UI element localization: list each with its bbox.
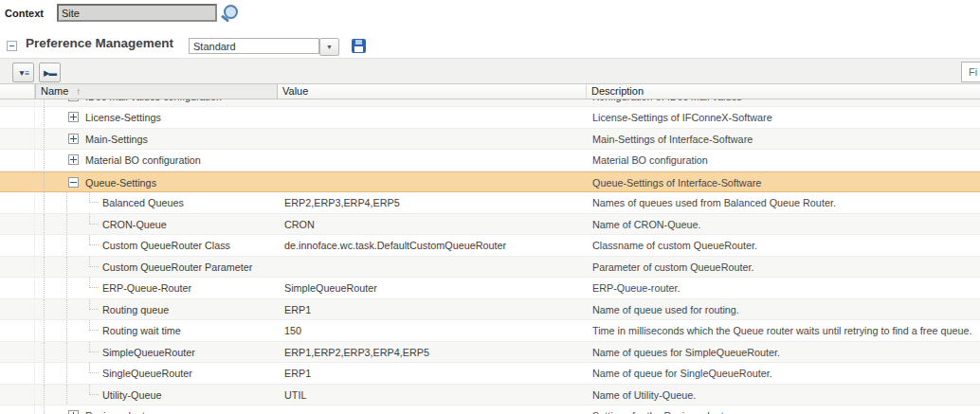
table-body: IDoc mail values configurationKonfigurat… — [0, 99, 980, 414]
row-description: Name of queue for SingleQueueRouter. — [587, 363, 980, 385]
row-description: Name of queue used for routing. — [587, 299, 980, 321]
context-label: Context — [5, 8, 44, 19]
row-name-cell: Utility-Queue — [35, 385, 278, 406]
row-description: License-Settings of IFConneX-Software — [587, 107, 980, 129]
collapse-icon[interactable] — [68, 177, 79, 188]
tree-guide — [44, 385, 45, 406]
tree-guide — [44, 129, 45, 151]
tree-guide — [66, 320, 67, 342]
expand-icon[interactable] — [68, 134, 79, 144]
row-name-cell: Queue-Settings — [35, 172, 278, 193]
table-row[interactable]: Custom QueueRouter ParameterParameter of… — [0, 257, 980, 279]
column-header-name[interactable]: Name↑ — [35, 84, 278, 99]
preset-select[interactable] — [189, 38, 319, 54]
tree-guide — [44, 278, 45, 299]
tree-guide — [44, 299, 45, 321]
table-row[interactable]: ERP-Queue-RouterSimpleQueueRouterERP-Que… — [0, 278, 980, 299]
expand-icon[interactable] — [68, 410, 79, 414]
row-name: License-Settings — [85, 107, 161, 128]
tree-guide — [44, 107, 45, 129]
tree-guide — [44, 257, 45, 279]
table-row[interactable]: Utility-QueueUTILName of Utility-Queue. — [0, 385, 980, 406]
row-name: Main-Settings — [85, 129, 148, 150]
context-input[interactable] — [57, 4, 217, 22]
filter-rows-button[interactable]: ▼≡ — [12, 63, 34, 82]
row-numberer-cell — [0, 385, 35, 406]
table-row[interactable]: Routing queueERP1Name of queue used for … — [0, 299, 980, 321]
table-row[interactable]: Custom QueueRouter Classde.innoface.wc.t… — [0, 235, 980, 257]
table-row[interactable]: Routing wait time150Time in milliseconds… — [0, 320, 980, 342]
row-value — [278, 99, 587, 107]
table-row[interactable]: IDoc mail values configurationKonfigurat… — [0, 99, 980, 107]
expand-icon[interactable] — [68, 99, 79, 101]
row-name-cell: ERP-Queue-Router — [35, 278, 278, 299]
tree-elbow — [89, 235, 99, 245]
tree-guide — [44, 172, 45, 193]
table-row[interactable]: Material BO configurationMaterial BO con… — [0, 150, 980, 171]
row-name: CRON-Queue — [102, 214, 167, 235]
row-numberer-cell — [0, 257, 35, 279]
column-header-label: Name — [41, 85, 68, 97]
page-title: Preference Management — [26, 36, 173, 50]
tree-guide — [66, 278, 67, 299]
row-name-cell: IDoc mail values configuration — [35, 99, 278, 107]
tree-guide — [44, 214, 45, 236]
tree-guide — [44, 192, 45, 214]
table-row[interactable]: License-SettingsLicense-Settings of IFCo… — [0, 107, 980, 129]
tree-elbow — [89, 257, 99, 267]
row-value: CRON — [278, 214, 587, 236]
row-description: Queue-Settings of Interface-Software — [587, 172, 980, 193]
column-header-description[interactable]: Description — [587, 84, 980, 99]
filter-button[interactable]: Fi — [961, 62, 980, 82]
row-value — [278, 405, 587, 414]
tree-elbow — [89, 299, 99, 310]
search-icon[interactable] — [224, 5, 238, 19]
table-row[interactable]: Main-SettingsMain-Settings of Interface-… — [0, 129, 980, 151]
table-row[interactable]: Revise adapterSettings for the Revise ad… — [0, 405, 980, 414]
row-value — [278, 129, 587, 151]
row-description: Names of queues used from Balanced Queue… — [587, 192, 980, 214]
tree-guide — [66, 257, 67, 279]
table-header: Name↑ValueDescription — [0, 83, 980, 99]
tree-guide — [44, 150, 45, 171]
row-numberer-cell — [0, 278, 35, 299]
row-numberer-cell — [0, 299, 35, 321]
row-name: Revise adapter — [85, 405, 154, 414]
chevron-down-icon[interactable]: ▼ — [319, 38, 339, 56]
tree-guide — [44, 363, 45, 385]
tree-guide — [44, 99, 45, 107]
table-row[interactable]: SimpleQueueRouterERP1,ERP2,ERP3,ERP4,ERP… — [0, 342, 980, 364]
row-name: Utility-Queue — [102, 385, 161, 405]
row-name-cell: Routing queue — [35, 299, 278, 321]
table-row[interactable]: CRON-QueueCRONName of CRON-Queue. — [0, 214, 980, 236]
row-description: Parameter of custom QueueRouter. — [587, 257, 980, 279]
preference-management-screen: Context Preference Management ▼ ▼≡ ▶▬ Fi… — [0, 0, 980, 414]
save-icon[interactable] — [352, 39, 366, 53]
expand-icon[interactable] — [68, 154, 79, 165]
collapse-all-button[interactable]: ▶▬ — [39, 63, 61, 82]
row-name: Queue-Settings — [85, 172, 156, 193]
row-numberer-cell — [0, 320, 35, 342]
row-numberer-cell — [0, 214, 35, 236]
row-description: Name of queues for SimpleQueueRouter. — [587, 342, 980, 364]
tree-guide — [44, 405, 45, 414]
collapse-section-icon[interactable] — [7, 41, 17, 51]
row-name-cell: SingleQueueRouter — [35, 363, 278, 385]
row-name-cell: Balanced Queues — [35, 192, 278, 214]
table-row[interactable]: SingleQueueRouterERP1Name of queue for S… — [0, 363, 980, 385]
expand-icon[interactable] — [68, 112, 79, 122]
table-row[interactable]: Balanced QueuesERP2,ERP3,ERP4,ERP5Names … — [0, 192, 980, 214]
row-description: Konfiguration of IDoc mail values — [587, 99, 980, 107]
row-name-cell: Main-Settings — [35, 129, 278, 151]
row-value — [278, 107, 587, 129]
table-row[interactable]: Queue-SettingsQueue-Settings of Interfac… — [0, 171, 980, 193]
tree-guide — [66, 342, 67, 364]
row-name: Custom QueueRouter Parameter — [102, 257, 252, 278]
row-name-cell: Custom QueueRouter Parameter — [35, 257, 278, 279]
column-header-value[interactable]: Value — [278, 84, 587, 99]
row-name: Routing wait time — [102, 320, 181, 341]
row-description: Time in milliseconds which the Queue rou… — [587, 320, 980, 342]
row-numberer-cell — [0, 342, 35, 364]
row-value — [278, 172, 587, 193]
tree-elbow — [89, 192, 99, 203]
